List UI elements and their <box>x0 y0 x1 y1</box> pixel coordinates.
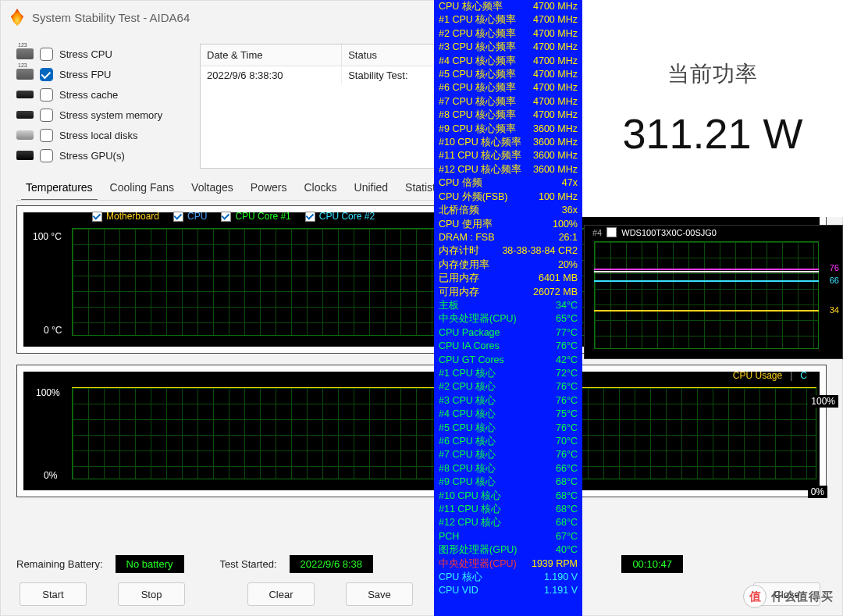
monitor-value: 68°C <box>556 503 578 516</box>
monitor-value: 100 MHz <box>539 190 578 204</box>
checkbox[interactable] <box>40 109 53 122</box>
mini-line-white <box>594 271 819 272</box>
monitor-value: 3600 MHz <box>533 149 578 162</box>
monitor-row-14: CPU 外频(FSB) 100 MHz <box>434 190 582 204</box>
usage-legend: CPU Usage | C <box>733 370 807 381</box>
legend-cpu[interactable]: CPU <box>173 211 207 222</box>
legend-label: Motherboard <box>106 211 159 222</box>
monitor-row-3: #3 CPU 核心频率 4700 MHz <box>434 41 582 54</box>
stress-label: Stress CPU <box>59 48 112 60</box>
monitor-row-8: #8 CPU 核心频率 4700 MHz <box>434 109 582 122</box>
monitor-row-24: CPU Package 77°C <box>434 326 582 340</box>
monitor-value: 6401 MB <box>539 272 578 285</box>
monitor-label: CPU 倍频 <box>439 176 482 190</box>
flame-icon <box>10 9 24 26</box>
mini-device[interactable]: WDS100T3X0C-00SJG0 <box>621 228 717 237</box>
col-date[interactable]: Date & Time <box>201 45 342 66</box>
checkbox[interactable] <box>40 129 53 142</box>
watermark-icon: 值 <box>743 585 767 608</box>
checkbox[interactable] <box>40 88 53 101</box>
monitor-label: 可用内存 <box>439 286 479 299</box>
mini-checkbox[interactable] <box>606 227 617 237</box>
battery-value: No battery <box>116 555 184 573</box>
temp-y-bot: 0 °C <box>44 325 62 336</box>
monitor-label: #1 CPU 核心 <box>439 367 496 380</box>
monitor-row-1: #1 CPU 核心频率 4700 MHz <box>434 13 582 27</box>
log-dt: 2022/9/6 8:38:30 <box>201 66 342 85</box>
tab-powers[interactable]: Powers <box>243 176 295 200</box>
monitor-label: #7 CPU 核心 <box>439 448 496 461</box>
checkbox[interactable] <box>40 68 53 81</box>
monitor-value: 66°C <box>556 462 578 475</box>
legend-cpu-core-2[interactable]: CPU Core #2 <box>305 211 375 222</box>
log-table: Date & Time Status 2022/9/6 8:38:30 Stab… <box>200 44 442 169</box>
monitor-row-18: 内存计时 38-38-38-84 CR2 <box>434 244 582 258</box>
monitor-row-27: #1 CPU 核心 72°C <box>434 367 582 380</box>
monitor-value: 4700 MHz <box>533 109 578 122</box>
tab-unified[interactable]: Unified <box>347 176 397 200</box>
save-button[interactable]: Save <box>346 582 413 606</box>
monitor-label: CPU 使用率 <box>439 218 493 231</box>
tab-cooling-fans[interactable]: Cooling Fans <box>102 176 183 200</box>
monitor-label: CPU 外频(FSB) <box>439 190 508 204</box>
monitor-row-25: CPU IA Cores 76°C <box>434 340 582 353</box>
monitor-value: 72°C <box>556 367 578 380</box>
tab-voltages[interactable]: Voltages <box>183 176 241 200</box>
legend-checkbox[interactable] <box>92 212 102 222</box>
stop-button[interactable]: Stop <box>118 582 185 606</box>
legend-sep: | <box>790 370 792 381</box>
monitor-row-22: 主板 34°C <box>434 299 582 312</box>
col-status[interactable]: Status <box>342 45 441 66</box>
usage-right-0: 0% <box>808 486 827 498</box>
monitor-label: #5 CPU 核心 <box>439 422 496 435</box>
monitor-value: 3600 MHz <box>533 163 578 176</box>
monitor-label: 内存使用率 <box>439 258 489 272</box>
monitor-value: 75°C <box>556 408 578 421</box>
legend-checkbox[interactable] <box>305 212 315 222</box>
mini-val-76a: 76 <box>830 263 839 272</box>
monitor-row-20: 已用内存 6401 MB <box>434 272 582 285</box>
stress-item-1[interactable]: Stress FPU <box>16 64 192 84</box>
log-body: 2022/9/6 8:38:30 Stability Test: <box>201 66 441 168</box>
monitor-row-26: CPU GT Cores 42°C <box>434 354 582 367</box>
legend-cpu-core-1[interactable]: CPU Core #1 <box>221 211 290 222</box>
monitor-label: #6 CPU 核心 <box>439 435 496 448</box>
checkbox[interactable] <box>40 48 53 61</box>
monitor-row-4: #4 CPU 核心频率 4700 MHz <box>434 55 582 68</box>
disk-temp-graph: #4 WDS100T3X0C-00SJG0 76 76 66 34 <box>584 225 843 359</box>
checkbox[interactable] <box>40 149 53 162</box>
monitor-row-0: CPU 核心频率 4700 MHz <box>434 0 582 13</box>
legend-checkbox[interactable] <box>221 212 231 222</box>
log-header: Date & Time Status <box>201 45 441 66</box>
power-value: 311.21 W <box>622 109 802 158</box>
monitor-row-30: #4 CPU 核心 75°C <box>434 408 582 421</box>
monitor-value: 3600 MHz <box>533 123 578 136</box>
monitor-label: 图形处理器(GPU) <box>439 543 517 557</box>
monitor-row-41: 中央处理器(CPU) 1939 RPM <box>434 557 582 571</box>
monitor-value: 4700 MHz <box>533 27 578 41</box>
log-row[interactable]: 2022/9/6 8:38:30 Stability Test: <box>201 66 441 85</box>
tab-clocks[interactable]: Clocks <box>297 176 345 200</box>
legend-checkbox[interactable] <box>173 212 183 222</box>
usage-legend-cpu[interactable]: CPU Usage <box>733 370 782 381</box>
usage-legend-frag[interactable]: C <box>800 370 807 381</box>
monitor-row-39: PCH 67°C <box>434 530 582 543</box>
mini-legend: #4 WDS100T3X0C-00SJG0 <box>592 227 717 237</box>
stress-item-2[interactable]: Stress cache <box>16 84 192 105</box>
tab-temperatures[interactable]: Temperatures <box>18 176 101 200</box>
monitor-row-28: #2 CPU 核心 76°C <box>434 380 582 393</box>
stress-item-4[interactable]: Stress local disks <box>16 125 192 145</box>
stress-item-3[interactable]: Stress system memory <box>16 105 192 125</box>
clear-button[interactable]: Clear <box>247 582 315 606</box>
monitor-label: 已用内存 <box>439 272 479 285</box>
start-button[interactable]: Start <box>20 582 87 606</box>
legend-motherboard[interactable]: Motherboard <box>92 211 159 222</box>
device-icon <box>16 151 34 160</box>
monitor-row-19: 内存使用率 20% <box>434 258 582 272</box>
stress-item-5[interactable]: Stress GPU(s) <box>16 145 192 166</box>
temp-legend: Motherboard CPU CPU Core #1 CPU Core #2 <box>92 211 375 222</box>
monitor-row-42: CPU 核心 1.190 V <box>434 571 582 584</box>
stress-item-0[interactable]: Stress CPU <box>16 44 192 64</box>
stress-options: Stress CPU Stress FPU Stress cache Stres… <box>16 44 192 169</box>
monitor-label: #12 CPU 核心频率 <box>439 163 521 176</box>
